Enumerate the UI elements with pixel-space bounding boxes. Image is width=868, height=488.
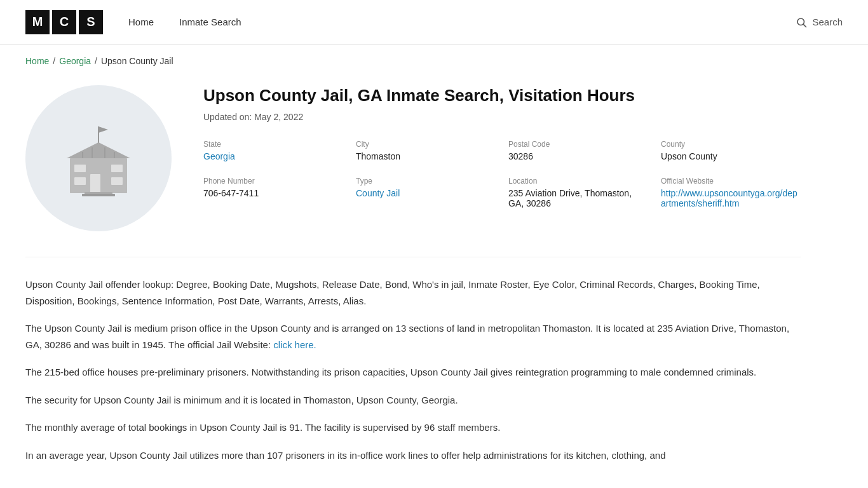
info-grid: State Georgia City Thomaston Postal Code…: [203, 140, 801, 208]
phone-label: Phone Number: [203, 177, 343, 186]
search-bar[interactable]: Search: [796, 17, 843, 28]
desc-p2-link[interactable]: click here.: [273, 339, 316, 350]
svg-rect-9: [111, 165, 123, 172]
breadcrumb: Home / Georgia / Upson County Jail: [0, 44, 868, 72]
breadcrumb-sep-2: /: [95, 56, 97, 66]
info-cell-postal: Postal Code 30286: [508, 140, 648, 161]
svg-marker-3: [98, 126, 108, 133]
type-value[interactable]: County Jail: [356, 188, 496, 198]
city-value: Thomaston: [356, 151, 496, 161]
desc-p4: The security for Upson County Jail is mi…: [25, 392, 801, 409]
info-cell-city: City Thomaston: [356, 140, 496, 161]
svg-marker-5: [67, 142, 130, 158]
type-label: Type: [356, 177, 496, 186]
website-label: Official Website: [661, 177, 801, 186]
location-label: Location: [508, 177, 648, 186]
state-label: State: [203, 140, 343, 149]
desc-p1: Upson County Jail offender lookup: Degre…: [25, 276, 801, 309]
desc-p5: The monthly average of total bookings in…: [25, 419, 801, 436]
desc-p2: The Upson County Jail is medium prison o…: [25, 320, 801, 353]
facility-image: [25, 85, 172, 231]
search-icon: [796, 17, 807, 28]
logo-letter-c: C: [52, 10, 76, 34]
facility-info: Upson County Jail, GA Inmate Search, Vis…: [203, 85, 801, 231]
logo: M C S: [25, 10, 103, 34]
desc-p2-text: The Upson County Jail is medium prison o…: [25, 323, 789, 350]
svg-rect-10: [111, 177, 123, 185]
breadcrumb-home[interactable]: Home: [25, 56, 49, 66]
logo-letter-m: M: [25, 10, 50, 34]
svg-rect-8: [74, 177, 86, 185]
navbar: M C S Home Inmate Search Search: [0, 0, 868, 44]
county-value: Upson County: [661, 151, 801, 161]
nav-links: Home Inmate Search: [128, 17, 796, 27]
svg-rect-6: [90, 174, 100, 193]
info-cell-phone: Phone Number 706-647-7411: [203, 177, 343, 208]
building-svg-icon: [54, 117, 143, 200]
desc-p3: The 215-bed office houses pre-preliminar…: [25, 364, 801, 381]
svg-rect-7: [74, 165, 86, 172]
breadcrumb-georgia[interactable]: Georgia: [59, 56, 91, 66]
phone-value: 706-647-7411: [203, 188, 343, 198]
website-value[interactable]: http://www.upsoncountyga.org/departments…: [661, 188, 801, 208]
logo-letter-s: S: [79, 10, 103, 34]
nav-home[interactable]: Home: [128, 17, 154, 27]
svg-rect-12: [82, 194, 115, 196]
info-cell-website: Official Website http://www.upsoncountyg…: [661, 177, 801, 208]
info-cell-type: Type County Jail: [356, 177, 496, 208]
info-cell-state: State Georgia: [203, 140, 343, 161]
svg-line-1: [804, 24, 806, 27]
desc-p6: In an average year, Upson County Jail ut…: [25, 447, 801, 464]
nav-inmate-search[interactable]: Inmate Search: [179, 17, 241, 27]
facility-updated: Updated on: May 2, 2022: [203, 112, 801, 122]
breadcrumb-current: Upson County Jail: [101, 56, 173, 66]
info-cell-location: Location 235 Aviation Drive, Thomaston, …: [508, 177, 648, 208]
info-cell-county: County Upson County: [661, 140, 801, 161]
facility-title: Upson County Jail, GA Inmate Search, Vis…: [203, 85, 801, 107]
search-label: Search: [812, 17, 843, 27]
state-value[interactable]: Georgia: [203, 151, 343, 161]
website-link[interactable]: http://www.upsoncountyga.org/departments…: [661, 188, 797, 208]
location-value: 235 Aviation Drive, Thomaston, GA, 30286: [508, 188, 648, 208]
breadcrumb-sep-1: /: [53, 56, 55, 66]
main-content: Upson County Jail, GA Inmate Search, Vis…: [0, 72, 826, 488]
city-label: City: [356, 140, 496, 149]
postal-label: Postal Code: [508, 140, 648, 149]
county-label: County: [661, 140, 801, 149]
postal-value: 30286: [508, 151, 648, 161]
description: Upson County Jail offender lookup: Degre…: [25, 257, 801, 463]
facility-section: Upson County Jail, GA Inmate Search, Vis…: [25, 85, 801, 231]
